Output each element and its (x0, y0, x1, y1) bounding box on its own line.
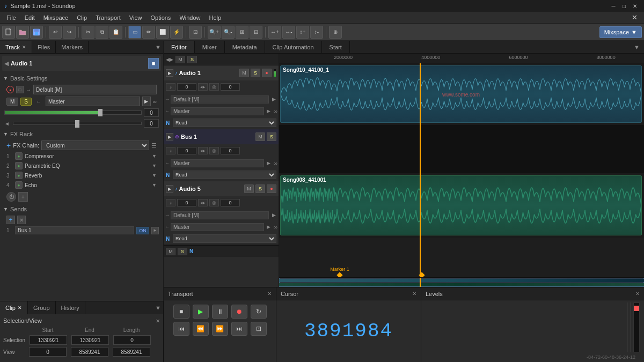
toolbar-zoom-out[interactable]: 🔍- (222, 26, 235, 39)
a5-route-out-name[interactable]: Default [M] (171, 211, 269, 219)
pan-handle[interactable] (77, 120, 79, 128)
track-audio1-mute[interactable]: M (239, 69, 249, 77)
master-solo-btn[interactable]: S (187, 56, 197, 63)
master-expand[interactable]: ▶ (142, 97, 151, 106)
track-audio5-solo[interactable]: S (255, 184, 265, 193)
a5-route-in-expand[interactable]: ▶ (265, 223, 273, 231)
go-end-button[interactable]: ⏭ (231, 322, 247, 336)
pan-slider[interactable] (13, 122, 142, 125)
tab-mixer[interactable]: Mixer (195, 41, 225, 53)
minimize-button[interactable]: ─ (609, 1, 618, 11)
fx-expand-4[interactable]: ▼ (152, 182, 157, 188)
track-nav-prev[interactable]: ◀ (4, 60, 9, 67)
toolbar-zoom-v-in[interactable]: ↕+ (296, 26, 309, 39)
toolbar-zoom-h-in[interactable]: ↔+ (268, 26, 281, 39)
menu-options[interactable]: Options (146, 13, 175, 22)
toolbar-redo[interactable]: ↪ (63, 26, 76, 39)
fx-add-send[interactable]: + (18, 192, 28, 202)
bus-route-expand[interactable]: ▶ (265, 159, 273, 167)
track-audio1-rec[interactable]: ● (262, 69, 272, 77)
tab-group[interactable]: Group (28, 301, 56, 314)
tab-history[interactable]: History (56, 301, 85, 314)
menu-edit[interactable]: Edit (20, 13, 39, 22)
forward-button[interactable]: ⏩ (212, 322, 228, 336)
toolbar-new[interactable] (2, 26, 15, 39)
route-out-expand[interactable]: ▶ (270, 95, 277, 103)
a5-vol-r-input[interactable] (221, 199, 240, 206)
toolbar-snap[interactable]: ⊡ (189, 26, 202, 39)
toolbar-cut[interactable]: ✂ (82, 26, 94, 39)
fx-add-btn[interactable]: + (6, 141, 11, 150)
section-sends[interactable]: ▼ Sends (2, 204, 161, 215)
a5-route-out-expand[interactable]: ▶ (270, 211, 277, 219)
track-audio5-mute[interactable]: M (244, 184, 254, 193)
left-panel-expand[interactable]: ▼ (155, 44, 161, 50)
track-bus1-auto-select[interactable]: Read (173, 171, 276, 179)
track-audio1-solo[interactable]: S (251, 69, 260, 77)
tab-markers[interactable]: Markers (56, 41, 89, 53)
menu-view[interactable]: View (125, 13, 147, 22)
track-audio5-auto-select[interactable]: Read (173, 234, 276, 243)
master-s-btn[interactable]: S (178, 248, 187, 255)
fx-expand-2[interactable]: ▼ (152, 163, 157, 168)
volume-handle[interactable] (98, 109, 103, 116)
toolbar-zoom-in[interactable]: 🔍+ (208, 26, 221, 39)
tab-track[interactable]: Track ✕ (0, 41, 32, 53)
track-audio1-expand[interactable]: ▶ (166, 69, 173, 77)
a5-vol-l-input[interactable] (177, 199, 196, 206)
stop-button[interactable]: ■ (173, 305, 189, 319)
menubar-close[interactable]: ✕ (627, 12, 642, 23)
track-bus1-mute[interactable]: M (255, 132, 265, 141)
fx-bypass-btn[interactable]: ⏻ (6, 192, 16, 202)
solo-button[interactable]: S (20, 98, 32, 106)
bottom-left-expand[interactable]: ▼ (155, 305, 161, 311)
fx-chain-select[interactable]: Custom (41, 141, 149, 150)
route-in-expand[interactable]: ▶ (265, 107, 273, 115)
default-m-dropdown[interactable]: Default [M] (33, 85, 157, 94)
pause-button[interactable]: ⏸ (212, 305, 228, 319)
toolbar-copy[interactable]: ⧉ (96, 26, 108, 39)
a5-route-in-name[interactable]: Master (171, 223, 264, 231)
transport-close[interactable]: ✕ (267, 291, 272, 297)
sends-route-btn[interactable]: ► (151, 227, 159, 234)
route-in-name[interactable]: Master (171, 107, 264, 115)
tab-clip[interactable]: Clip ✕ (0, 301, 28, 314)
sends-close-btn[interactable]: ✕ (17, 216, 26, 224)
tab-files[interactable]: Files (32, 41, 56, 53)
snap-button[interactable]: ⊡ (251, 322, 267, 336)
mixspace-button[interactable]: Mixspace ▼ (599, 26, 642, 38)
vol-l-input[interactable] (177, 83, 196, 91)
toolbar-extra1[interactable]: ⊕ (329, 26, 342, 39)
master-m-btn[interactable]: M (166, 248, 175, 255)
clip-audio1[interactable]: Song010_44100_1 www.some.com (280, 65, 642, 123)
track-bus1-expand[interactable]: ▶ (166, 133, 173, 141)
fx-power-1[interactable]: ● (15, 152, 23, 160)
sv-selection-end[interactable] (71, 335, 109, 345)
menu-window[interactable]: Window (175, 13, 204, 22)
track-audio5-expand[interactable]: ▶ (166, 185, 173, 193)
master-nav[interactable]: ◀▶ (166, 57, 173, 62)
rewind-button[interactable]: ⏪ (193, 322, 209, 336)
editor-expand[interactable]: ▼ (630, 41, 644, 53)
tab-clip-automation[interactable]: Clip Automation (265, 41, 322, 53)
toolbar-erase[interactable]: ⬜ (156, 26, 169, 39)
toolbar-zoom-fit[interactable]: ⊞ (236, 26, 248, 39)
tab-start[interactable]: Start (322, 41, 350, 53)
bus-route-name[interactable]: Master (171, 159, 264, 167)
cursor-close[interactable]: ✕ (412, 291, 416, 297)
toolbar-open-folder[interactable] (16, 26, 29, 39)
toolbar-undo[interactable]: ↩ (49, 26, 62, 39)
track-audio1-auto-select[interactable]: Read (173, 119, 276, 127)
sends-on-btn[interactable]: ON (136, 227, 149, 234)
track-settings-btn[interactable]: ■ (148, 58, 159, 69)
fx-expand-1[interactable]: ▼ (152, 153, 157, 159)
tab-metadata[interactable]: Metadata (225, 41, 265, 53)
menu-mixspace[interactable]: Mixspace (39, 13, 72, 22)
section-fx-rack[interactable]: ▼ FX Rack (2, 129, 161, 139)
loop-button[interactable]: ↻ (251, 305, 267, 319)
go-start-button[interactable]: ⏮ (173, 322, 189, 336)
vol-r-input[interactable] (221, 83, 240, 91)
master-dropdown[interactable]: Master (46, 97, 140, 106)
sv-selection-length[interactable] (113, 335, 151, 345)
menu-file[interactable]: File (2, 13, 20, 22)
